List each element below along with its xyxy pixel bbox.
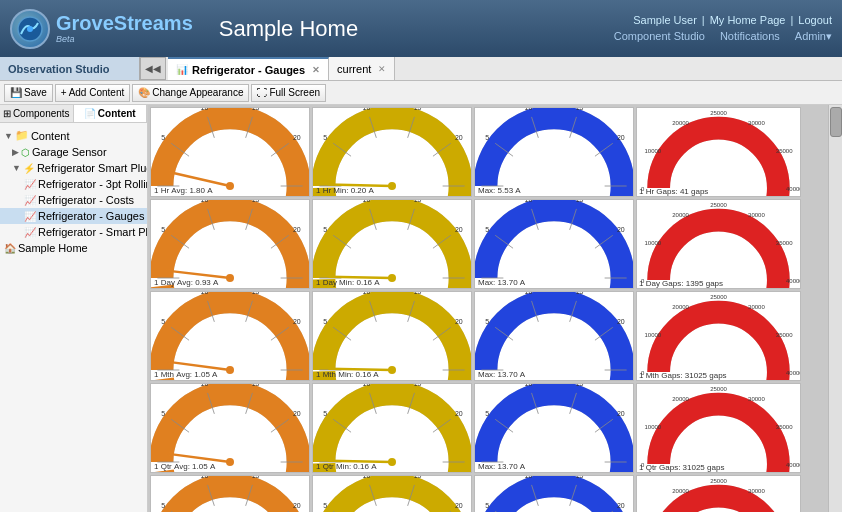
tree-label-1: Garage Sensor	[32, 146, 107, 158]
gauge-cell-min	[312, 107, 472, 197]
tree-item-smart-plug[interactable]: 📈 Refrigerator - Smart Plu...	[0, 224, 147, 240]
gauges-grid	[148, 105, 828, 512]
gauge-column-gaps	[636, 107, 811, 512]
add-label: Add Content	[69, 87, 125, 98]
gauge-cell-gap	[636, 107, 801, 197]
main-area: ⊞ Components 📄 Content ▼ 📁 Content ▶ ⬡ G…	[0, 105, 842, 512]
logout-link[interactable]: Logout	[798, 14, 832, 26]
logo-area: GroveStreams Beta Sample Home	[10, 9, 358, 49]
beta-label: Beta	[56, 34, 193, 44]
header: GroveStreams Beta Sample Home Sample Use…	[0, 0, 842, 57]
studio-label: Observation Studio	[0, 57, 140, 80]
logo-icon	[10, 9, 50, 49]
chart-icon: 📈	[24, 179, 36, 190]
tree-item-gauges[interactable]: 📈 Refrigerator - Gauges	[0, 208, 147, 224]
tree-item-sample-home[interactable]: 🏠 Sample Home	[0, 240, 147, 256]
tab-label-0: Refrigerator - Gauges	[192, 64, 305, 76]
chart-icon: 📈	[24, 211, 36, 222]
components-icon: ⊞	[3, 108, 11, 119]
user-link[interactable]: Sample User	[633, 14, 697, 26]
save-button[interactable]: 💾 Save	[4, 84, 53, 102]
component-studio-link[interactable]: Component Studio	[614, 30, 705, 43]
gauge-cell-gap	[636, 199, 801, 289]
scrollbar-thumb[interactable]	[830, 107, 842, 137]
gauge-column-max	[474, 107, 634, 512]
gauge-cell-max	[474, 199, 634, 289]
chart-icon: 📈	[24, 195, 36, 206]
tree-label-3: Refrigerator - 3pt Rolling...	[38, 178, 148, 190]
tree-label-5: Refrigerator - Gauges	[38, 210, 144, 222]
save-icon: 💾	[10, 87, 22, 98]
admin-dropdown[interactable]: Admin▾	[795, 30, 832, 43]
home-icon: 🏠	[4, 243, 16, 254]
header-nav: Component Studio Notifications Admin▾	[614, 30, 832, 43]
page-title: Sample Home	[219, 16, 358, 42]
gauge-cell-gap	[636, 475, 801, 512]
content-icon: 📄	[84, 108, 96, 119]
gauge-cell-avg	[150, 475, 310, 512]
tree-item-3pt[interactable]: 📈 Refrigerator - 3pt Rolling...	[0, 176, 147, 192]
brand-part1: Grove	[56, 12, 114, 34]
change-appearance-button[interactable]: 🎨 Change Appearance	[132, 84, 249, 102]
sidebar: ⊞ Components 📄 Content ▼ 📁 Content ▶ ⬡ G…	[0, 105, 148, 512]
chart-icon: 📈	[24, 227, 36, 238]
tree-item-garage[interactable]: ▶ ⬡ Garage Sensor	[0, 144, 147, 160]
gauge-column-min	[312, 107, 472, 512]
tab-close-0[interactable]: ✕	[312, 65, 320, 75]
gauge-cell-max	[474, 475, 634, 512]
scrollbar-right[interactable]	[828, 105, 842, 512]
brand-name: GroveStreams	[56, 13, 193, 33]
gauge-cell-max	[474, 383, 634, 473]
logo-text: GroveStreams Beta	[56, 13, 193, 44]
fullscreen-label: Full Screen	[269, 87, 320, 98]
tree-item-content[interactable]: ▼ 📁 Content	[0, 127, 147, 144]
expand-arrow: ▼	[12, 163, 21, 173]
add-content-button[interactable]: + Add Content	[55, 84, 130, 102]
tab-close-1[interactable]: ✕	[378, 64, 386, 74]
fullscreen-icon: ⛶	[257, 87, 267, 98]
gauge-cell-min	[312, 475, 472, 512]
sidebar-tab-content[interactable]: 📄 Content	[74, 105, 148, 122]
gauge-cell-avg	[150, 291, 310, 381]
content-tree: ▼ 📁 Content ▶ ⬡ Garage Sensor ▼ ⚡ Refrig…	[0, 123, 147, 260]
my-home-link[interactable]: My Home Page	[710, 14, 786, 26]
content-scroll[interactable]	[148, 105, 828, 512]
add-icon: +	[61, 87, 67, 98]
gauge-cell-min	[312, 383, 472, 473]
expand-arrow: ▼	[4, 131, 13, 141]
gauge-column-avg	[150, 107, 310, 512]
gauge-cell-max	[474, 107, 634, 197]
plug-icon: ⚡	[23, 163, 35, 174]
tree-item-costs[interactable]: 📈 Refrigerator - Costs	[0, 192, 147, 208]
gauge-cell-gap	[636, 383, 801, 473]
tab-icon: 📊	[176, 64, 188, 75]
content-label: Content	[98, 108, 136, 119]
gauge-cell-min	[312, 199, 472, 289]
components-label: Components	[13, 108, 70, 119]
gauge-cell-gap	[636, 291, 801, 381]
gauge-cell-avg	[150, 199, 310, 289]
tab-current[interactable]: current ✕	[329, 57, 395, 80]
tree-item-fridge-plug[interactable]: ▼ ⚡ Refrigerator Smart Plug	[0, 160, 147, 176]
tabs-area: 📊 Refrigerator - Gauges ✕ current ✕	[168, 57, 842, 80]
tab-refrigerator-gauges[interactable]: 📊 Refrigerator - Gauges ✕	[168, 57, 329, 80]
gauge-cell-avg	[150, 107, 310, 197]
tree-label-6: Refrigerator - Smart Plu...	[38, 226, 148, 238]
toolbar-row: Observation Studio ◀◀ 📊 Refrigerator - G…	[0, 57, 842, 81]
sidebar-collapse-button[interactable]: ◀◀	[140, 57, 166, 80]
sidebar-tab-components[interactable]: ⊞ Components	[0, 105, 74, 122]
tree-label-4: Refrigerator - Costs	[38, 194, 134, 206]
tab-label-1: current	[337, 63, 371, 75]
gauge-cell-max	[474, 291, 634, 381]
appearance-icon: 🎨	[138, 87, 150, 98]
full-screen-button[interactable]: ⛶ Full Screen	[251, 84, 326, 102]
save-label: Save	[24, 87, 47, 98]
admin-label: Admin	[795, 30, 826, 42]
sensor-icon: ⬡	[21, 147, 30, 158]
tree-label-7: Sample Home	[18, 242, 88, 254]
header-links: Sample User | My Home Page | Logout Comp…	[614, 14, 832, 43]
expand-arrow: ▶	[12, 147, 19, 157]
gauge-cell-avg	[150, 383, 310, 473]
action-bar: 💾 Save + Add Content 🎨 Change Appearance…	[0, 81, 842, 105]
notifications-link[interactable]: Notifications	[720, 30, 780, 43]
